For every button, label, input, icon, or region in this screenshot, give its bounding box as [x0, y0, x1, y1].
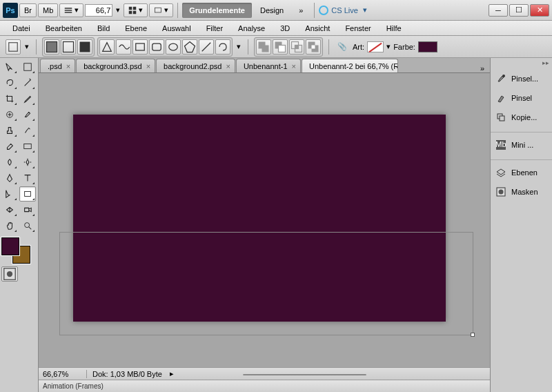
path-subtract[interactable]: [273, 39, 288, 55]
foreground-color[interactable]: [1, 237, 19, 255]
gradient-tool[interactable]: [19, 139, 36, 154]
3d-tool[interactable]: [1, 202, 18, 217]
art-style-picker[interactable]: [367, 41, 384, 52]
menu-filter[interactable]: Filter: [199, 23, 230, 34]
menu-fenster[interactable]: Fenster: [338, 23, 377, 34]
zoom-input[interactable]: [85, 4, 112, 17]
bridge-button[interactable]: Br: [19, 3, 37, 17]
marquee-tool[interactable]: [19, 59, 36, 75]
shape-pen[interactable]: [99, 39, 115, 55]
panel-label: Mini ...: [511, 141, 533, 149]
close-icon[interactable]: ×: [66, 62, 70, 70]
path-intersect[interactable]: [289, 39, 304, 55]
status-menu[interactable]: ▸: [168, 369, 176, 378]
move-tool[interactable]: [1, 59, 18, 75]
workspace-more[interactable]: »: [292, 3, 310, 18]
view-extras-button[interactable]: ▾: [59, 3, 83, 17]
pen-tool[interactable]: [1, 170, 18, 186]
doc-tab[interactable]: background3.psd×: [76, 59, 155, 72]
path-exclude[interactable]: [306, 39, 321, 55]
workspace-grundelemente[interactable]: Grundelemente: [182, 3, 252, 18]
minibridge-button[interactable]: Mb: [38, 3, 58, 17]
menu-auswahl[interactable]: Auswahl: [155, 23, 198, 34]
panel-mask[interactable]: Masken: [491, 182, 552, 202]
shape-rect[interactable]: [132, 39, 148, 55]
menu-analyse[interactable]: Analyse: [231, 23, 272, 34]
panel-mb[interactable]: MbMini ...: [491, 135, 552, 155]
panel-clone[interactable]: Kopie...: [491, 108, 552, 127]
path-sel-tool[interactable]: [1, 186, 18, 202]
hscroll-thumb[interactable]: [243, 374, 366, 375]
eraser-tool[interactable]: [1, 139, 18, 154]
stamp-tool[interactable]: [1, 123, 18, 138]
panel-layers[interactable]: Ebenen: [491, 163, 552, 182]
brush-tool[interactable]: [19, 107, 36, 122]
dodge-tool[interactable]: [19, 155, 36, 170]
shape-freeform[interactable]: [116, 39, 131, 55]
status-doc-info[interactable]: Dok: 1,03 MB/0 Byte: [87, 370, 168, 378]
shape-mode-layer[interactable]: [44, 39, 59, 55]
close-icon[interactable]: ×: [292, 62, 296, 70]
screen-mode-button[interactable]: ▾: [149, 3, 173, 17]
doc-tab[interactable]: background2.psd×: [156, 59, 235, 72]
animation-panel-tab[interactable]: Animation (Frames): [39, 380, 490, 392]
art-label: Art:: [353, 43, 364, 51]
doc-tab[interactable]: Unbenannt-1×: [236, 59, 301, 72]
close-icon[interactable]: ×: [226, 62, 230, 70]
shape-options-dropdown[interactable]: ▾: [235, 42, 242, 51]
shape-mode-path[interactable]: [61, 39, 76, 55]
shape-mode-fill[interactable]: [77, 39, 92, 55]
hand-tool[interactable]: [1, 218, 18, 233]
close-icon[interactable]: ×: [146, 62, 150, 70]
maximize-button[interactable]: ☐: [509, 4, 529, 17]
transform-box[interactable]: [59, 232, 473, 335]
menu-ansicht[interactable]: Ansicht: [298, 23, 337, 34]
workspace-design[interactable]: Design: [253, 3, 290, 18]
cs-live-button[interactable]: CS Live▾: [319, 6, 367, 15]
panel-brush[interactable]: Pinsel: [491, 88, 552, 108]
menu-bild[interactable]: Bild: [90, 23, 117, 34]
canvas-viewport[interactable]: [39, 73, 490, 367]
shape-polygon[interactable]: [182, 39, 197, 55]
blur-tool[interactable]: [1, 155, 18, 170]
lasso-tool[interactable]: [1, 75, 18, 90]
zoom-tool[interactable]: [19, 218, 36, 233]
tabs-overflow[interactable]: »: [475, 64, 490, 72]
status-zoom[interactable]: 66,67%: [39, 370, 87, 378]
link-icon[interactable]: 📎: [335, 42, 350, 51]
tool-preset-dropdown[interactable]: ▾: [23, 42, 30, 51]
shape-custom[interactable]: [215, 39, 230, 55]
menu-hilfe[interactable]: Hilfe: [379, 23, 408, 34]
menu-ebene[interactable]: Ebene: [118, 23, 154, 34]
wand-tool[interactable]: [19, 75, 36, 90]
color-picker[interactable]: [418, 41, 437, 52]
minimize-button[interactable]: ─: [489, 4, 508, 17]
doc-tab[interactable]: .psd×: [40, 59, 75, 72]
shape-line[interactable]: [199, 39, 214, 55]
heal-tool[interactable]: [1, 107, 18, 122]
close-button[interactable]: ✕: [530, 4, 549, 17]
type-tool[interactable]: [19, 170, 36, 186]
transform-handle-br[interactable]: [471, 333, 475, 337]
shape-ellipse[interactable]: [166, 39, 181, 55]
rect-tool-tool[interactable]: [19, 186, 36, 202]
panel-brush-preset[interactable]: Pinsel...: [491, 69, 552, 88]
shape-roundrect[interactable]: [149, 39, 164, 55]
history-tool[interactable]: [19, 123, 36, 138]
color-swatches[interactable]: [1, 237, 30, 264]
arrange-docs-button[interactable]: ▾: [124, 3, 148, 17]
panels-collapse[interactable]: ▸▸: [491, 59, 552, 69]
quick-mask-button[interactable]: [1, 266, 18, 282]
menu-bearbeiten[interactable]: Bearbeiten: [39, 23, 89, 34]
menu-datei[interactable]: Datei: [6, 23, 37, 34]
eyedrop-tool[interactable]: [19, 91, 36, 106]
doc-tab[interactable]: Unbenannt-2 bei 66,7% (RGB/8) *×: [302, 59, 398, 72]
path-add[interactable]: [256, 39, 271, 55]
tool-preset-picker[interactable]: [6, 39, 21, 55]
menu-3d[interactable]: 3D: [273, 23, 297, 34]
panel-label: Pinsel: [511, 94, 532, 102]
zoom-dropdown[interactable]: ▾: [114, 6, 122, 14]
crop-tool[interactable]: [1, 91, 18, 106]
art-dropdown[interactable]: ▾: [386, 42, 391, 51]
3d-cam-tool[interactable]: [19, 202, 36, 217]
